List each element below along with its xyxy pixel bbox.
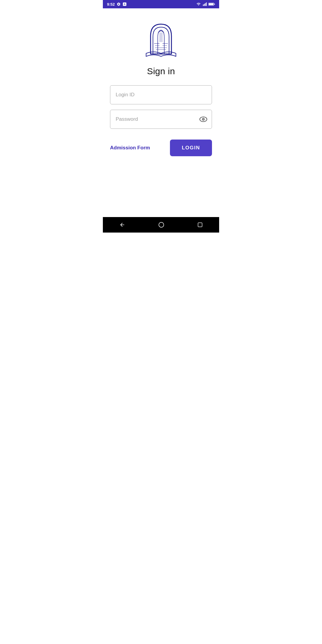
svg-point-19: [203, 119, 204, 120]
svg-rect-21: [198, 223, 202, 227]
signal-icon: [203, 2, 207, 6]
battery-icon: [208, 2, 215, 6]
svg-rect-4: [205, 3, 206, 6]
back-icon: [119, 222, 125, 228]
nav-home-button[interactable]: [151, 219, 171, 230]
recent-square-icon: [197, 222, 203, 227]
sign-in-title: Sign in: [147, 66, 175, 76]
actions-row: Admission Form LOGIN: [110, 140, 212, 156]
svg-rect-7: [209, 3, 213, 5]
logo-svg: [145, 21, 177, 58]
status-bar-right: [196, 2, 215, 6]
svg-rect-8: [214, 4, 215, 4]
password-wrapper: [110, 110, 212, 129]
home-circle-icon: [158, 222, 164, 228]
svg-rect-3: [204, 4, 205, 6]
settings-icon: [117, 2, 121, 6]
wifi-icon: [196, 2, 201, 6]
text-icon: A: [123, 2, 127, 6]
status-time: 9:52: [107, 2, 115, 7]
status-bar-left: 9:52 A: [107, 2, 127, 7]
login-id-input[interactable]: [110, 85, 212, 104]
admission-form-link[interactable]: Admission Form: [110, 145, 150, 151]
password-input[interactable]: [110, 110, 212, 129]
eye-toggle-icon[interactable]: [199, 117, 207, 122]
nav-back-button[interactable]: [112, 219, 132, 230]
svg-text:A: A: [124, 3, 126, 6]
nav-bar: [103, 217, 219, 233]
svg-rect-5: [206, 2, 207, 6]
svg-rect-2: [203, 4, 204, 6]
status-bar: 9:52 A: [103, 0, 219, 8]
university-logo: [143, 20, 179, 59]
main-content: Sign in Admission Form LOGIN: [103, 8, 219, 217]
svg-point-20: [159, 222, 164, 227]
login-button[interactable]: LOGIN: [170, 140, 212, 156]
nav-recent-button[interactable]: [190, 220, 210, 230]
